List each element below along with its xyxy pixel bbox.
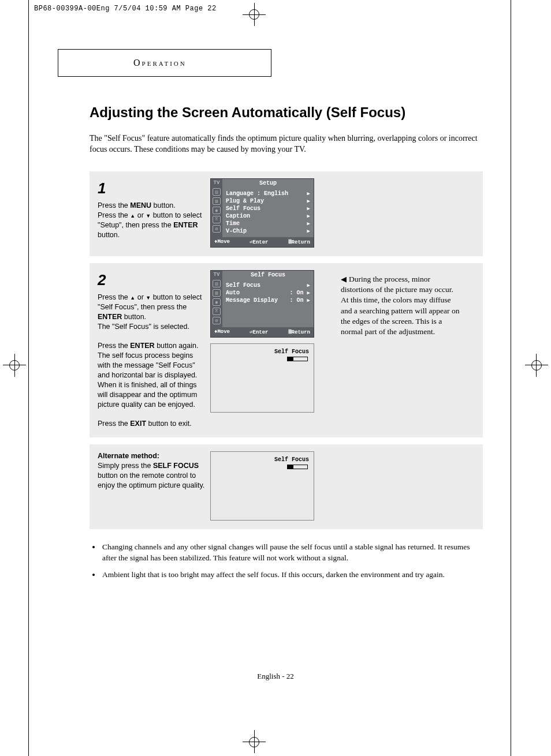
- step-1-number: 1: [98, 178, 207, 199]
- up-arrow-icon: [130, 211, 135, 219]
- osd-footer: ♦Move ⏎Enter ⅢReturn: [211, 237, 314, 247]
- note-item: Ambient light that is too bright may aff…: [101, 570, 483, 581]
- osd-value: : English: [257, 190, 288, 197]
- osd-tab: TV: [211, 179, 222, 188]
- osd-item: Caption: [226, 213, 250, 219]
- osd-title: Self Focus: [222, 271, 314, 279]
- osd-icon: ⧖: [213, 216, 221, 223]
- progress-fill: [288, 465, 293, 469]
- enter-label: ENTER: [98, 313, 122, 321]
- self-focus-button-label: SELF FOCUS: [153, 462, 199, 470]
- page-title: Adjusting the Screen Automatically (Self…: [90, 104, 483, 121]
- menu-label: MENU: [130, 201, 151, 209]
- progress-fill: [288, 357, 293, 361]
- step-1-text: 1 Press the MENU button. Press the or bu…: [98, 178, 210, 248]
- right-arrow-icon: ▶: [307, 220, 310, 227]
- side-note: ◀During the process, minor distortions o…: [341, 274, 462, 337]
- t: button.: [122, 313, 146, 321]
- down-arrow-icon: [146, 293, 151, 301]
- osd-icon: ◉: [213, 207, 221, 214]
- self-focus-progress-screen: Self Focus: [210, 451, 314, 521]
- osd-footer: ♦Move ⏎Enter ⅢReturn: [211, 327, 314, 337]
- osd-menu-list: Self Focus▶ Auto: On ▶ Message Display: …: [222, 279, 314, 327]
- right-arrow-icon: ▶: [307, 228, 310, 234]
- slug-line: BP68-00399A-00Eng 7/5/04 10:59 AM Page 2…: [34, 5, 217, 13]
- t: Press the: [98, 293, 130, 301]
- osd-sidebar: ▤ ▥ ◉ ⧖ ⚙: [211, 279, 222, 327]
- right-arrow-icon: ▶: [307, 290, 310, 296]
- self-focus-label: Self Focus: [274, 456, 309, 463]
- enter-label: ENTER: [130, 342, 154, 350]
- t: The self focus process begins with the m…: [98, 351, 207, 380]
- osd-icon: ⧖: [213, 308, 221, 315]
- t: button to exit.: [146, 420, 192, 428]
- osd-item: Plug & Play: [226, 198, 264, 204]
- osd-icon: ⚙: [213, 225, 221, 233]
- osd-menu-list: Language : English▶ Plug & Play▶ Self Fo…: [222, 188, 314, 237]
- osd-icon: ⚙: [213, 317, 221, 324]
- t: Press the: [98, 201, 130, 209]
- osd-icon: ◉: [213, 298, 221, 306]
- osd-value: : On: [290, 297, 304, 304]
- osd-icon: ▥: [213, 197, 221, 205]
- step-2-number: 2: [98, 270, 207, 290]
- osd-title: Setup: [222, 179, 314, 188]
- t: Simply press the: [98, 462, 153, 470]
- crop-mark: [531, 360, 542, 370]
- alt-heading: Alternate method:: [98, 452, 159, 460]
- osd-footer-move: Move: [217, 329, 230, 335]
- t: button again.: [155, 342, 199, 350]
- t: button.: [98, 231, 120, 239]
- osd-item: Time: [226, 220, 240, 227]
- osd-item: V-Chip: [226, 228, 247, 234]
- t: Press the: [98, 420, 130, 428]
- crop-mark: [9, 360, 20, 370]
- osd-icon: ▤: [213, 280, 221, 287]
- step-1-block: 1 Press the MENU button. Press the or bu…: [90, 171, 483, 256]
- self-focus-label: Self Focus: [274, 349, 309, 355]
- t: button.: [151, 201, 176, 209]
- osd-item: Auto: [226, 290, 240, 296]
- t: Press the: [98, 342, 130, 350]
- osd-item: Self Focus: [226, 282, 260, 289]
- intro-text: The "Self Focus" feature automatically f…: [90, 133, 483, 155]
- step-2-text: 2 Press the or button to select "Self Fo…: [98, 270, 210, 429]
- self-focus-progress-screen: Self Focus: [210, 343, 314, 413]
- section-tab: Operation: [58, 49, 271, 77]
- right-arrow-icon: ▶: [307, 205, 310, 212]
- left-arrow-icon: ◀: [341, 275, 347, 283]
- osd-item: Self Focus: [226, 205, 260, 212]
- t: Press the: [98, 211, 130, 219]
- right-arrow-icon: ▶: [307, 198, 310, 204]
- osd-value: : On: [290, 290, 304, 296]
- alternate-method-block: Alternate method: Simply press the SELF …: [90, 444, 483, 529]
- progress-bar: [287, 465, 308, 469]
- osd-setup-menu: TV Setup ▤ ▥ ◉ ⧖ ⚙ Language : English▶: [210, 178, 314, 248]
- osd-item: Language: [226, 190, 254, 197]
- enter-label: ENTER: [173, 221, 198, 229]
- osd-footer-move: Move: [217, 239, 230, 245]
- osd-icon: ▤: [213, 188, 221, 196]
- right-arrow-icon: ▶: [307, 213, 310, 219]
- exit-label: EXIT: [130, 420, 146, 428]
- right-arrow-icon: ▶: [307, 282, 310, 289]
- t: The "Self Focus" is selected.: [98, 322, 207, 332]
- progress-bar: [287, 357, 308, 361]
- page-number: English - 22: [0, 672, 551, 681]
- down-arrow-icon: [146, 211, 151, 219]
- osd-footer-return: Return: [292, 330, 310, 335]
- osd-icon: ▥: [213, 289, 221, 297]
- side-note-text: During the process, minor distortions of…: [341, 275, 459, 336]
- notes-list: Changing channels and any other signal c…: [101, 542, 483, 581]
- t: button on the remote control to enjoy th…: [98, 471, 204, 489]
- right-arrow-icon: ▶: [307, 298, 310, 304]
- osd-tab: TV: [211, 271, 222, 279]
- osd-footer-return: Return: [292, 239, 310, 245]
- t: When it is finished, all of things will …: [98, 380, 207, 410]
- t: or: [135, 211, 146, 219]
- osd-footer-enter: Enter: [253, 330, 269, 335]
- osd-item: Message Display: [226, 297, 278, 304]
- alternate-method-text: Alternate method: Simply press the SELF …: [98, 451, 210, 521]
- t: or: [135, 293, 146, 301]
- osd-sidebar: ▤ ▥ ◉ ⧖ ⚙: [211, 188, 222, 237]
